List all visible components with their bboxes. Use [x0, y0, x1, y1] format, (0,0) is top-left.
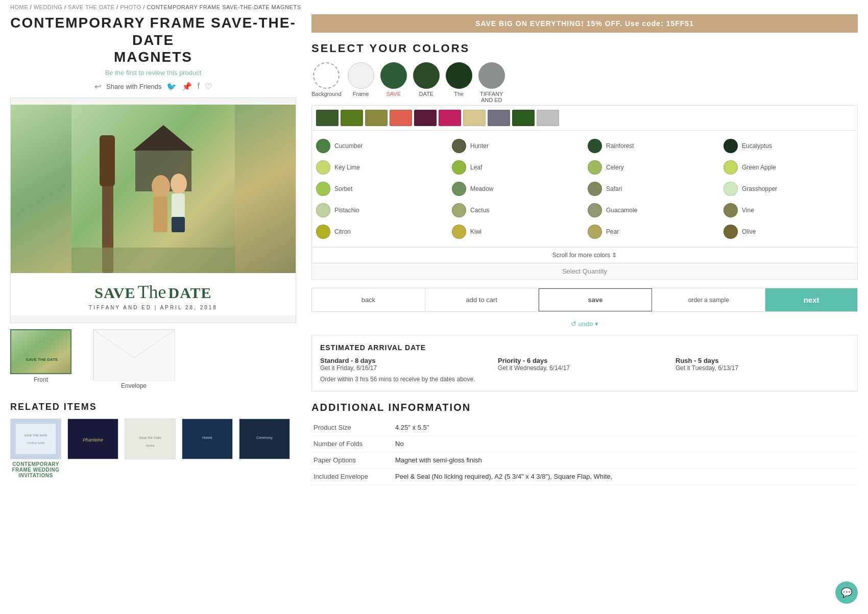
left-column: CONTEMPORARY FRAME SAVE-THE-DATE MAGNETS…: [10, 14, 296, 485]
swatch-frame-circle[interactable]: [348, 62, 374, 89]
breadcrumb-save-the-date[interactable]: SAVE THE DATE: [68, 4, 114, 10]
share-label[interactable]: Share with Friends: [106, 83, 161, 90]
breadcrumb-photo[interactable]: PHOTO: [120, 4, 141, 10]
color-greenapple[interactable]: Green Apple: [724, 158, 853, 177]
color-dot-sorbet: [316, 182, 330, 196]
related-item-5[interactable]: Ceremony: [239, 419, 290, 478]
next-button[interactable]: next: [765, 288, 857, 311]
related-item-3[interactable]: Save the Date Ophelia: [125, 419, 176, 478]
related-item-4[interactable]: Hotels: [182, 419, 233, 478]
swatch-save[interactable]: SAVE: [380, 62, 407, 103]
color-dot-olive: [724, 225, 738, 239]
color-eucalyptus[interactable]: Eucalyptus: [724, 137, 853, 155]
color-celery[interactable]: Celery: [588, 158, 717, 177]
swatch-bg-circle[interactable]: [313, 62, 340, 89]
palette-swatch-8[interactable]: [488, 110, 510, 126]
color-name-cucumber: Cucumber: [334, 142, 363, 150]
color-cactus[interactable]: Cactus: [452, 201, 582, 219]
twitter-icon[interactable]: 🐦: [166, 82, 177, 91]
review-link[interactable]: Be the first to review this product: [10, 69, 296, 77]
info-label-folds: Number of Folds: [311, 436, 393, 452]
pinterest-icon[interactable]: 📌: [182, 82, 192, 91]
color-pistachio[interactable]: Pistachio: [316, 201, 446, 219]
color-citron[interactable]: Citron: [316, 223, 446, 241]
info-value-envelope: Peel & Seal (No licking required), A2 (5…: [393, 469, 858, 485]
palette-swatch-10[interactable]: [537, 110, 559, 126]
color-rainforest[interactable]: Rainforest: [588, 137, 717, 155]
select-quantity[interactable]: Select Quantity: [311, 263, 858, 280]
swatch-frame-label: Frame: [353, 91, 369, 97]
arrival-title: ESTIMATED ARRIVAL DATE: [320, 343, 849, 352]
color-grasshopper[interactable]: Grasshopper: [724, 180, 853, 198]
save-button[interactable]: save: [539, 288, 653, 311]
swatch-tiffany-circle[interactable]: [478, 62, 505, 89]
palette-swatch-6[interactable]: [439, 110, 461, 126]
back-button[interactable]: back: [312, 288, 425, 311]
add-to-cart-button[interactable]: add to cart: [425, 288, 539, 311]
swatch-date-label: DATE: [419, 91, 433, 97]
swatch-the-circle[interactable]: [446, 62, 472, 89]
breadcrumb-home[interactable]: HOME: [10, 4, 28, 10]
color-name-rainforest: Rainforest: [606, 142, 634, 150]
color-dot-eucalyptus: [724, 139, 738, 153]
heart-icon[interactable]: ♡: [205, 82, 212, 91]
related-items-grid: SAVE THE DATE COUPLE NAME CONTEMPORARY F…: [10, 419, 296, 478]
color-dot-pistachio: [316, 203, 330, 217]
palette-swatch-2[interactable]: [341, 110, 363, 126]
swatch-date-circle[interactable]: [413, 62, 440, 89]
svg-rect-6: [153, 197, 167, 232]
swatch-frame[interactable]: Frame: [348, 62, 374, 103]
color-hunter[interactable]: Hunter: [452, 137, 582, 155]
related-item-1[interactable]: SAVE THE DATE COUPLE NAME CONTEMPORARY F…: [10, 419, 61, 478]
svg-text:Ophelia: Ophelia: [146, 444, 155, 447]
color-leaf[interactable]: Leaf: [452, 158, 582, 177]
palette-swatch-3[interactable]: [365, 110, 388, 126]
color-name-olive: Olive: [742, 228, 756, 235]
scroll-more[interactable]: Scroll for more colors ⇕: [311, 248, 858, 263]
palette-swatch-7[interactable]: [463, 110, 486, 126]
thumbnail-front[interactable]: SAVE THE DATE Front: [10, 329, 71, 389]
facebook-icon[interactable]: f: [197, 82, 199, 91]
swatch-background[interactable]: Background: [311, 62, 342, 103]
order-sample-button[interactable]: order a sample: [652, 288, 765, 311]
related-name-1: CONTEMPORARY FRAME WEDDING INVITATIONS: [10, 461, 61, 478]
color-sorbet[interactable]: Sorbet: [316, 180, 446, 198]
info-label-envelope: Included Envelope: [311, 469, 393, 485]
color-cucumber[interactable]: Cucumber: [316, 137, 446, 155]
color-palette-row: [311, 105, 858, 131]
swatch-date[interactable]: DATE: [413, 62, 440, 103]
color-name-keylime: Key Lime: [334, 164, 360, 171]
swatch-save-circle[interactable]: [380, 62, 407, 89]
related-items-section: RELATED ITEMS SAVE THE DATE COUPLE NAME …: [10, 402, 296, 478]
color-dot-citron: [316, 225, 330, 239]
right-column: SAVE BIG ON EVERYTHING! 15% OFF. Use cod…: [311, 14, 858, 485]
color-kiwi[interactable]: Kiwi: [452, 223, 582, 241]
color-vine[interactable]: Vine: [724, 201, 853, 219]
color-keylime[interactable]: Key Lime: [316, 158, 446, 177]
color-dot-meadow: [452, 182, 466, 196]
related-item-2[interactable]: Phanteine: [67, 419, 118, 478]
info-row-envelope: Included Envelope Peel & Seal (No lickin…: [311, 469, 858, 485]
breadcrumb-wedding[interactable]: WEDDING: [34, 4, 63, 10]
color-safari[interactable]: Safari: [588, 180, 717, 198]
color-pear[interactable]: Pear: [588, 223, 717, 241]
color-olive[interactable]: Olive: [724, 223, 853, 241]
couple-date-info: TIFFANY AND ED | APRIL 28, 2018: [16, 305, 291, 310]
palette-swatch-4[interactable]: [390, 110, 412, 126]
color-dot-safari: [588, 182, 602, 196]
ri-svg-5: Ceremony: [239, 419, 290, 459]
swatch-the[interactable]: The: [446, 62, 472, 103]
svg-text:Save the Date: Save the Date: [139, 436, 161, 439]
palette-swatch-9[interactable]: [512, 110, 535, 126]
thumbnail-envelope[interactable]: Envelope: [93, 329, 175, 389]
undo-row[interactable]: ↺ undo ▾: [311, 320, 858, 328]
svg-rect-10: [71, 248, 235, 273]
color-meadow[interactable]: Meadow: [452, 180, 582, 198]
related-thumb-3: Save the Date Ophelia: [125, 419, 176, 459]
palette-swatch-5[interactable]: [414, 110, 437, 126]
palette-swatch-1[interactable]: [316, 110, 339, 126]
swatch-tiffany[interactable]: TIFFANY AND ED: [478, 62, 505, 103]
thumb-front-image: SAVE THE DATE: [10, 329, 71, 374]
envelope-svg: [93, 330, 175, 381]
color-guacamole[interactable]: Guacamole: [588, 201, 717, 219]
